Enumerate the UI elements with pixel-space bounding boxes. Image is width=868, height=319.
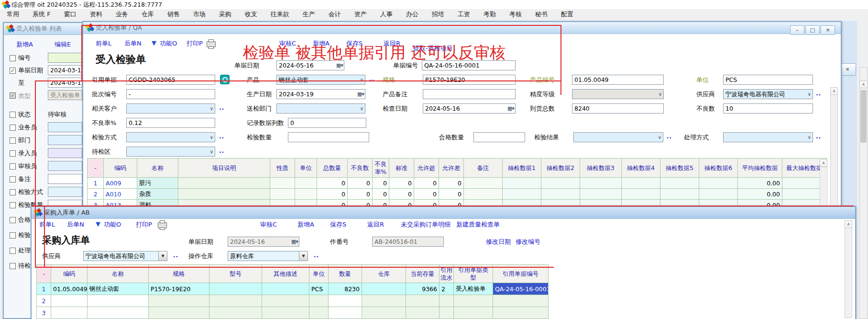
column-header[interactable]: - bbox=[88, 159, 104, 178]
defect-qty-field[interactable]: 10 bbox=[723, 103, 813, 114]
unit-field[interactable]: PCS bbox=[723, 75, 813, 85]
menu-item[interactable]: 采购 bbox=[212, 9, 238, 19]
supplier-lookup-dots[interactable]: .. bbox=[173, 252, 178, 259]
cell[interactable] bbox=[454, 307, 493, 319]
printer-icon[interactable] bbox=[207, 41, 216, 47]
filter-input[interactable] bbox=[48, 187, 82, 197]
menu-item[interactable]: 配置 bbox=[554, 9, 580, 19]
insp-method-lookup-dots[interactable]: .. bbox=[219, 133, 224, 140]
cell[interactable] bbox=[295, 189, 317, 200]
printer-icon[interactable] bbox=[158, 222, 167, 228]
wait-area-lookup-dots[interactable]: .. bbox=[219, 148, 224, 154]
cell[interactable] bbox=[329, 307, 362, 319]
purchase-scroll-up-icon[interactable]: ∧ bbox=[845, 220, 852, 228]
wait-area-combo[interactable] bbox=[126, 147, 215, 157]
filter-checkbox[interactable] bbox=[10, 125, 16, 131]
insp-qty-field[interactable] bbox=[288, 132, 369, 142]
cell[interactable] bbox=[270, 178, 295, 189]
column-header[interactable]: 不良 率% bbox=[373, 159, 389, 178]
cell[interactable]: A010 bbox=[104, 189, 137, 200]
menu-item[interactable]: 会计 bbox=[322, 9, 348, 19]
filter-checkbox[interactable] bbox=[10, 55, 16, 61]
cell[interactable]: 2 bbox=[439, 283, 454, 295]
close-button[interactable]: × bbox=[821, 25, 835, 35]
customer-lookup-dots[interactable]: .. bbox=[219, 104, 224, 111]
inspection-list-titlebar[interactable]: 受入检验单 列表 bbox=[4, 23, 84, 35]
warehouse-combo[interactable]: 原料仓库 bbox=[228, 251, 308, 261]
filter-input[interactable] bbox=[48, 174, 82, 184]
cell[interactable] bbox=[464, 178, 503, 189]
dept-combo[interactable] bbox=[276, 103, 365, 114]
column-header[interactable]: 抽检数据5 bbox=[660, 159, 699, 178]
cell[interactable] bbox=[362, 295, 406, 307]
column-header[interactable]: 允许超 bbox=[414, 159, 439, 178]
cell[interactable] bbox=[699, 178, 738, 189]
cell[interactable]: A009 bbox=[104, 178, 137, 189]
filter-checkbox[interactable] bbox=[10, 248, 16, 254]
print-button[interactable]: 打印P bbox=[136, 220, 152, 229]
cell[interactable] bbox=[329, 295, 362, 307]
menu-item[interactable]: 收支 bbox=[238, 9, 264, 19]
cell[interactable] bbox=[149, 307, 209, 319]
print-button[interactable]: 打印P bbox=[187, 39, 203, 48]
filter-checkbox[interactable]: ✓ bbox=[10, 92, 16, 99]
prev-doc-button[interactable]: 前单L bbox=[96, 39, 111, 48]
column-header[interactable]: 标准 bbox=[389, 159, 414, 178]
cell[interactable] bbox=[178, 189, 270, 200]
pending-po-detail-button[interactable]: 未交采购订单明细 bbox=[401, 220, 450, 229]
cell[interactable] bbox=[660, 178, 699, 189]
cell[interactable]: 1 bbox=[37, 283, 51, 295]
list-add-button[interactable]: 新增A bbox=[16, 40, 33, 49]
cell[interactable] bbox=[406, 295, 439, 307]
qa-scroll-up-icon[interactable]: ∧ bbox=[830, 87, 838, 95]
cell[interactable] bbox=[295, 178, 317, 189]
cell[interactable] bbox=[622, 178, 660, 189]
menu-item[interactable]: 仓库 bbox=[135, 9, 161, 19]
defect-rate-field[interactable]: 0.12 bbox=[126, 118, 215, 128]
cell[interactable] bbox=[464, 189, 503, 200]
cell[interactable] bbox=[51, 307, 88, 319]
cell[interactable] bbox=[362, 283, 406, 295]
menu-item[interactable]: 市场 bbox=[187, 9, 212, 19]
grid-scroll-up-icon[interactable]: ∧ bbox=[820, 159, 827, 167]
filter-input[interactable] bbox=[48, 148, 82, 158]
filter-input[interactable]: 受入检验单 bbox=[48, 90, 82, 100]
cell[interactable]: 0 bbox=[389, 189, 414, 200]
table-row[interactable]: 101.05.0049钢丝止动套P1570-19E20PCS823093662受… bbox=[37, 283, 549, 295]
menu-item[interactable]: 业务 bbox=[109, 9, 135, 19]
cell[interactable] bbox=[580, 178, 622, 189]
filter-input[interactable]: 2024-03-1 bbox=[48, 65, 82, 75]
customer-combo[interactable] bbox=[126, 103, 215, 114]
column-header[interactable]: 编码 bbox=[104, 159, 137, 178]
filter-checkbox[interactable] bbox=[10, 112, 16, 118]
filter-checkbox[interactable] bbox=[10, 217, 16, 223]
column-header[interactable]: 平均抽检数据 bbox=[738, 159, 782, 178]
result-combo[interactable] bbox=[573, 132, 663, 142]
cell[interactable] bbox=[149, 295, 209, 307]
cell[interactable]: 0.00 bbox=[738, 189, 782, 200]
menu-item[interactable]: 办公 bbox=[399, 9, 425, 19]
cell[interactable]: 0 bbox=[373, 178, 389, 189]
menu-item[interactable]: 生产 bbox=[296, 9, 322, 19]
next-doc-button[interactable]: 后单N bbox=[67, 220, 84, 229]
cell[interactable]: 0 bbox=[389, 178, 414, 189]
column-header[interactable]: 抽检数据2 bbox=[541, 159, 580, 178]
menu-item[interactable]: 系统 F bbox=[26, 9, 57, 19]
cell[interactable] bbox=[88, 295, 149, 307]
cell[interactable] bbox=[503, 178, 541, 189]
spec-field[interactable]: P1570-19E20 bbox=[423, 75, 516, 85]
column-header[interactable]: 单位 bbox=[295, 159, 317, 178]
record-cols-field[interactable]: 0 bbox=[288, 118, 366, 128]
menu-item[interactable]: 常用 bbox=[0, 9, 26, 19]
cell[interactable] bbox=[309, 295, 329, 307]
cell[interactable] bbox=[454, 295, 493, 307]
cell[interactable] bbox=[406, 307, 439, 319]
cell[interactable] bbox=[209, 295, 262, 307]
cell[interactable] bbox=[51, 295, 88, 307]
result-lookup-dots[interactable]: .. bbox=[667, 133, 672, 140]
menu-item[interactable]: 往来款 bbox=[264, 9, 296, 19]
cell[interactable] bbox=[309, 307, 329, 319]
column-header[interactable]: 抽检数据1 bbox=[503, 159, 541, 178]
cell[interactable]: 0.00 bbox=[738, 178, 782, 189]
filter-checkbox[interactable] bbox=[10, 137, 16, 144]
